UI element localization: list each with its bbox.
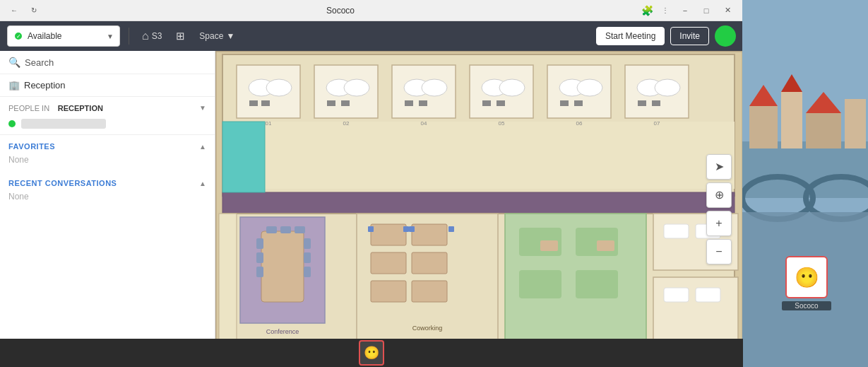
- puzzle-icon[interactable]: 🧩: [638, 2, 655, 19]
- svg-text:Coworking: Coworking: [412, 325, 443, 332]
- nav-divider: [129, 28, 129, 45]
- search-icon: 🔍: [8, 57, 20, 68]
- navigate-button[interactable]: ➤: [706, 154, 732, 180]
- building-nav[interactable]: ⊞: [172, 27, 189, 45]
- svg-rect-29: [574, 100, 583, 106]
- people-section: PEOPLE IN RECEPTION ▼: [0, 97, 215, 135]
- minimize-button[interactable]: −: [675, 2, 695, 19]
- svg-rect-73: [664, 288, 689, 302]
- titlebar-nav-controls: ← ↻: [6, 2, 42, 19]
- svg-rect-45: [304, 267, 311, 277]
- main-toolbar: Available ▼ ⌂ S3 ⊞ Space ▼ Start Meeting…: [0, 21, 743, 51]
- svg-rect-46: [266, 226, 277, 233]
- taskbar: 😶: [0, 339, 743, 367]
- svg-rect-93: [845, 99, 866, 148]
- svg-rect-14: [341, 100, 350, 106]
- search-row[interactable]: 🔍 Search: [0, 51, 215, 74]
- svg-rect-60: [448, 226, 454, 232]
- people-collapse-icon[interactable]: ▼: [199, 104, 206, 112]
- reception-building-icon: 🏢: [8, 80, 20, 91]
- svg-rect-42: [256, 267, 263, 277]
- home-label: S3: [152, 31, 162, 41]
- start-meeting-button[interactable]: Start Meeting: [596, 27, 665, 45]
- svg-text:Conference: Conference: [266, 328, 299, 335]
- content-area: 🔍 Search 🏢 Reception PEOPLE IN RECEPTION…: [0, 51, 743, 367]
- user-avatar[interactable]: [715, 25, 736, 47]
- svg-rect-54: [412, 252, 447, 274]
- svg-rect-52: [412, 224, 447, 245]
- sidebar: 🔍 Search 🏢 Reception PEOPLE IN RECEPTION…: [0, 51, 215, 367]
- close-button[interactable]: ✕: [718, 2, 737, 19]
- svg-rect-48: [295, 226, 305, 233]
- search-label: Search: [25, 57, 54, 68]
- svg-rect-34: [652, 100, 660, 106]
- svg-point-32: [655, 79, 680, 96]
- vertical-dots-icon: ⋮: [662, 6, 669, 14]
- space-selector[interactable]: Space ▼: [195, 28, 239, 44]
- svg-rect-90: [749, 106, 778, 148]
- svg-rect-91: [781, 92, 802, 148]
- svg-text:04: 04: [421, 120, 427, 127]
- recent-title: RECENT CONVERSATIONS: [8, 179, 117, 187]
- map-area[interactable]: Conference Coworking: [215, 51, 743, 367]
- svg-rect-51: [371, 224, 406, 245]
- svg-text:01: 01: [266, 120, 272, 127]
- locate-button[interactable]: ⊕: [706, 182, 732, 208]
- svg-rect-47: [280, 226, 291, 233]
- back-button[interactable]: ←: [6, 2, 23, 19]
- svg-rect-59: [409, 226, 415, 232]
- svg-rect-41: [256, 252, 263, 263]
- svg-rect-67: [540, 240, 558, 251]
- favorites-header: FAVORITES ▲: [0, 135, 215, 153]
- svg-rect-23: [482, 100, 491, 106]
- refresh-button[interactable]: ↻: [25, 2, 42, 19]
- invite-button[interactable]: Invite: [670, 27, 709, 45]
- floating-app-icon[interactable]: 😶 Sococo: [782, 256, 831, 310]
- taskbar-app-icon[interactable]: 😶: [359, 340, 384, 366]
- svg-point-22: [499, 79, 525, 96]
- building-icon: ⊞: [176, 30, 185, 42]
- titlebar-title: Sococo: [42, 6, 638, 16]
- svg-rect-39: [261, 231, 304, 302]
- svg-rect-36: [222, 122, 265, 192]
- reception-label: Reception: [24, 80, 66, 91]
- people-header: PEOPLE IN RECEPTION ▼: [0, 97, 215, 116]
- status-arrow-icon: ▼: [107, 33, 114, 40]
- svg-text:02: 02: [343, 120, 350, 127]
- people-room-name: RECEPTION: [58, 104, 103, 112]
- zoom-in-button[interactable]: +: [706, 211, 732, 236]
- maximize-button[interactable]: □: [696, 2, 716, 19]
- status-indicator: [13, 31, 23, 41]
- recent-none: None: [0, 190, 215, 209]
- space-arrow-icon: ▼: [226, 31, 234, 41]
- map-controls: ➤ ⊕ + −: [706, 154, 732, 264]
- window-controls: 🧩 ⋮ − □ ✕: [638, 2, 737, 19]
- zoom-out-button[interactable]: −: [706, 239, 732, 264]
- svg-rect-53: [371, 252, 406, 274]
- svg-text:06: 06: [576, 120, 583, 127]
- svg-rect-66: [576, 270, 618, 298]
- svg-rect-65: [519, 270, 561, 298]
- favorites-none: None: [0, 153, 215, 172]
- home-nav[interactable]: ⌂ S3: [138, 27, 166, 45]
- svg-rect-57: [368, 226, 374, 232]
- favorites-collapse-icon[interactable]: ▲: [199, 143, 206, 151]
- office-map: Conference Coworking: [215, 51, 743, 367]
- status-label: Available: [28, 31, 102, 41]
- person-row: [0, 116, 215, 134]
- svg-rect-40: [256, 238, 263, 249]
- svg-point-12: [344, 79, 369, 96]
- reception-row[interactable]: 🏢 Reception: [0, 74, 215, 97]
- svg-rect-13: [327, 100, 335, 106]
- space-label: Space: [199, 31, 223, 41]
- recent-collapse-icon[interactable]: ▲: [199, 180, 206, 187]
- people-prefix: PEOPLE IN: [8, 104, 49, 112]
- status-dropdown[interactable]: Available ▼: [7, 25, 120, 47]
- home-icon: ⌂: [142, 30, 149, 42]
- background-scene: [742, 0, 868, 367]
- more-options-icon[interactable]: ⋮: [657, 2, 674, 19]
- person-status-dot: [8, 120, 16, 127]
- svg-rect-68: [597, 240, 614, 251]
- svg-rect-56: [412, 281, 447, 302]
- svg-point-17: [422, 79, 447, 96]
